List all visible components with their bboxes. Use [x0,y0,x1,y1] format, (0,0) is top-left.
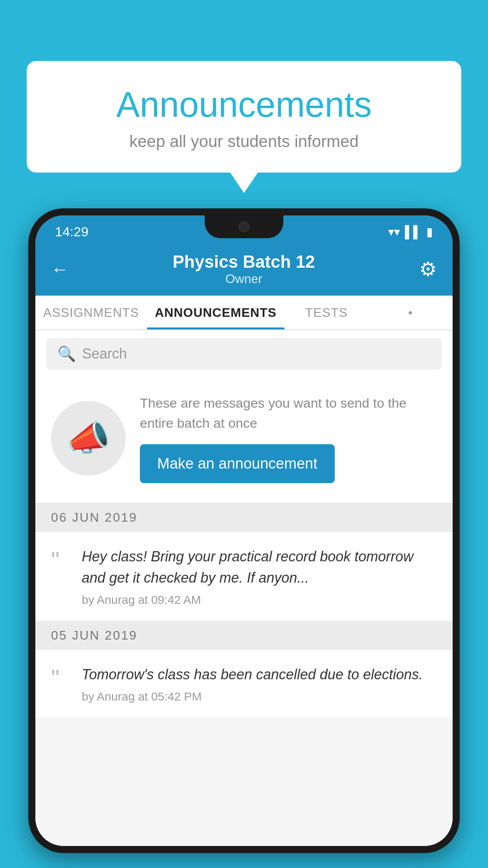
content-area: 🔍 Search 📣 These are messages you want t… [35,330,453,846]
search-placeholder: Search [82,346,127,362]
tabs-bar: ASSIGNMENTS ANNOUNCEMENTS TESTS • [35,296,453,330]
speech-bubble-subtitle: keep all your students informed [46,132,442,151]
promo-description: These are messages you want to send to t… [140,393,437,433]
date-separator-2: 05 JUN 2019 [35,621,453,650]
announcement-content-2: Tomorrow's class has been cancelled due … [82,664,437,703]
announcement-meta-2: by Anurag at 05:42 PM [82,690,437,703]
announcement-content-1: Hey class! Bring your practical record b… [82,546,437,607]
announcement-item-2: " Tomorrow's class has been cancelled du… [35,650,453,718]
phone-screen: 14:29 ▾▾ ▌▌ ▮ ← Physics Batch 12 Owner ⚙… [35,215,453,846]
tab-announcements[interactable]: ANNOUNCEMENTS [147,296,284,329]
tab-assignments[interactable]: ASSIGNMENTS [35,296,147,329]
search-icon: 🔍 [57,345,76,362]
gear-icon[interactable]: ⚙ [419,258,437,281]
batch-title: Physics Batch 12 [68,252,419,272]
announcement-item-1: " Hey class! Bring your practical record… [35,532,453,621]
tab-tests[interactable]: TESTS [284,296,369,329]
search-bar-container: 🔍 Search [35,330,453,377]
batch-role: Owner [68,272,419,286]
wifi-icon: ▾▾ [388,225,400,239]
megaphone-icon: 📣 [66,417,110,459]
battery-icon: ▮ [426,225,433,239]
app-header: ← Physics Batch 12 Owner ⚙ [35,244,453,296]
promo-text-area: These are messages you want to send to t… [140,393,437,483]
quote-icon-1: " [51,548,71,607]
promo-card: 📣 These are messages you want to send to… [35,377,453,503]
date-separator-1: 06 JUN 2019 [35,503,453,532]
phone-container: 14:29 ▾▾ ▌▌ ▮ ← Physics Batch 12 Owner ⚙… [28,208,460,868]
status-time: 14:29 [55,224,88,239]
speech-bubble-container: Announcements keep all your students inf… [27,61,461,173]
make-announcement-button[interactable]: Make an announcement [140,444,335,483]
speech-bubble: Announcements keep all your students inf… [27,61,461,173]
status-icons: ▾▾ ▌▌ ▮ [388,225,433,239]
announcement-text-1: Hey class! Bring your practical record b… [82,546,437,588]
announcement-icon-circle: 📣 [51,401,126,476]
speech-bubble-title: Announcements [46,85,442,125]
announcement-text-2: Tomorrow's class has been cancelled due … [82,664,437,685]
back-button[interactable]: ← [51,259,68,279]
search-bar[interactable]: 🔍 Search [46,338,442,370]
tab-more[interactable]: • [369,296,453,329]
phone-notch [205,215,283,238]
phone-frame: 14:29 ▾▾ ▌▌ ▮ ← Physics Batch 12 Owner ⚙… [28,208,460,853]
announcement-meta-1: by Anurag at 09:42 AM [82,593,437,607]
quote-icon-2: " [51,666,71,703]
header-center: Physics Batch 12 Owner [68,252,419,286]
signal-icon: ▌▌ [405,225,422,239]
phone-camera [238,221,250,232]
